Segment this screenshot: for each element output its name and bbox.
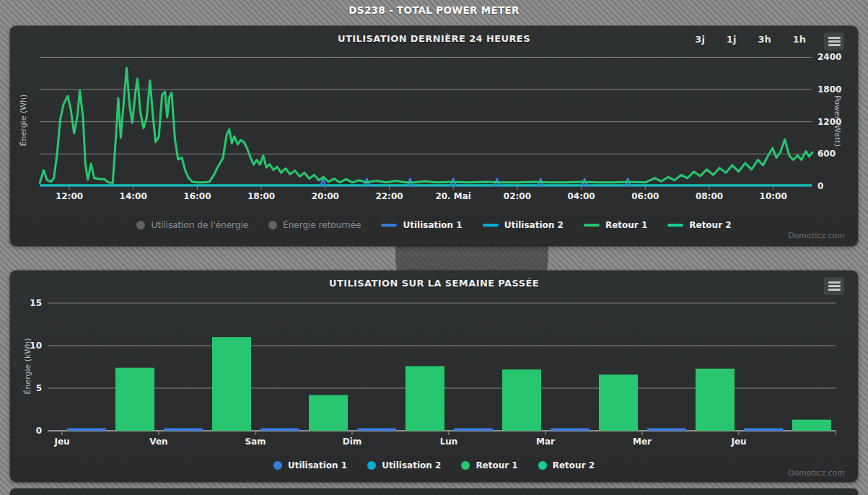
legend-circle-marker	[461, 461, 470, 470]
legend-item-retour-2[interactable]: Retour 2	[667, 220, 731, 230]
legend-circle-marker	[136, 221, 145, 229]
legend-24h: Utilisation de l'énergieÉnergie retourné…	[10, 220, 858, 230]
x-category-label: Ven	[149, 437, 167, 447]
legend-label: Énergie retournée	[283, 220, 361, 230]
legend-label: Utilisation 1	[403, 220, 462, 230]
y-axis-title-power-watt: Power (Watt)	[833, 82, 842, 161]
line-chart-24h: 060012001800240012:0014:0016:0018:0020:0…	[10, 26, 858, 246]
legend-item-utilisation-1[interactable]: Utilisation 1	[273, 460, 347, 470]
legend-circle-marker	[367, 461, 376, 470]
x-tick-label: 14:00	[120, 191, 147, 201]
legend-line-marker	[381, 224, 397, 227]
domoticz-watermark: Domoticz.com	[788, 231, 845, 240]
legend-item-utilisation-2[interactable]: Utilisation 2	[483, 220, 564, 230]
hamburger-menu-icon[interactable]	[824, 277, 844, 295]
series-retour1-line[interactable]	[40, 68, 812, 183]
legend-item-utilisation-2[interactable]: Utilisation 2	[367, 460, 441, 470]
x-tick-label: 04:00	[567, 191, 595, 201]
bar-retour1[interactable]	[696, 369, 735, 431]
x-category-label: Mar	[536, 437, 555, 447]
legend-label: Retour 2	[553, 460, 595, 470]
legend-circle-marker	[538, 461, 547, 470]
bar-retour1[interactable]	[599, 374, 638, 431]
bar-utilisation1[interactable]	[357, 428, 396, 431]
legend-label: Retour 1	[475, 460, 517, 470]
hamburger-menu-icon[interactable]	[824, 32, 844, 51]
panel-last-24h: UTILISATION DERNIÈRE 24 HEURES 3j 1j 3h …	[10, 26, 858, 246]
y-right-tick-label: 2400	[817, 52, 841, 62]
legend-label: Retour 2	[689, 220, 731, 230]
range-button-3j[interactable]: 3j	[695, 34, 705, 45]
legend-line-marker	[667, 224, 683, 227]
range-button-3h[interactable]: 3h	[758, 34, 771, 45]
x-category-label: Jeu	[53, 437, 69, 447]
next-panel-edge	[10, 489, 858, 495]
bar-utilisation1[interactable]	[260, 428, 299, 431]
legend-item-retour-1[interactable]: Retour 1	[461, 460, 517, 470]
legend-item--nergie-retourn-e[interactable]: Énergie retournée	[268, 220, 361, 230]
legend-label: Utilisation 2	[504, 220, 564, 230]
chart-title-week: UTILISATION SUR LA SEMAINE PASSÉE	[10, 278, 858, 289]
legend-item-utilisation-1[interactable]: Utilisation 1	[381, 220, 462, 230]
bar-utilisation1[interactable]	[67, 428, 106, 431]
range-button-1j[interactable]: 1j	[727, 34, 737, 45]
bar-retour1[interactable]	[212, 337, 251, 431]
legend-item-retour-1[interactable]: Retour 1	[584, 220, 647, 230]
x-category-label: Mer	[633, 437, 652, 447]
x-category-label: Sam	[245, 437, 266, 447]
legend-label: Utilisation 1	[288, 460, 347, 470]
x-tick-label: 12:00	[56, 191, 83, 201]
x-tick-label: 06:00	[631, 191, 659, 201]
x-tick-label: 16:00	[183, 191, 211, 201]
x-tick-label: 18:00	[247, 191, 275, 201]
page-title: DS238 - TOTAL POWER METER	[0, 0, 868, 20]
y-axis-title-energy-kwh: Énergie (kWh)	[23, 327, 32, 406]
bar-utilisation1[interactable]	[164, 428, 203, 431]
bar-retour1[interactable]	[502, 369, 541, 431]
domoticz-watermark: Domoticz.com	[788, 468, 845, 478]
legend-line-marker	[584, 224, 600, 227]
x-category-label: Dim	[343, 437, 362, 447]
x-tick-label: 20. Mai	[435, 191, 471, 201]
legend-label: Utilisation 2	[382, 460, 441, 470]
bar-utilisation1[interactable]	[744, 428, 783, 431]
bar-retour1[interactable]	[405, 366, 444, 431]
panel-last-week: UTILISATION SUR LA SEMAINE PASSÉE Énergi…	[10, 271, 858, 482]
y-right-tick-label: 0	[817, 181, 823, 191]
x-category-label: Jeu	[730, 437, 746, 447]
x-tick-label: 10:00	[760, 191, 787, 201]
legend-circle-marker	[273, 461, 282, 470]
legend-circle-marker	[268, 221, 277, 229]
legend-item-retour-2[interactable]: Retour 2	[538, 460, 595, 470]
bar-retour1[interactable]	[792, 420, 831, 431]
legend-line-marker	[483, 224, 499, 227]
x-tick-label: 02:00	[504, 191, 531, 201]
legend-week: Utilisation 1Utilisation 2Retour 1Retour…	[10, 460, 858, 470]
bar-retour1[interactable]	[309, 395, 348, 431]
legend-label: Retour 1	[605, 220, 647, 230]
time-range-buttons: 3j 1j 3h 1h	[695, 34, 806, 45]
x-tick-label: 20:00	[312, 191, 339, 201]
y-axis-title-energy-wh: Énergie (Wh)	[19, 81, 28, 160]
bar-utilisation1[interactable]	[647, 428, 686, 431]
legend-item-utilisation-de-l-nergie[interactable]: Utilisation de l'énergie	[136, 220, 248, 230]
y-tick-label: 15	[30, 298, 42, 308]
bar-retour1[interactable]	[115, 368, 154, 431]
range-button-1h[interactable]: 1h	[793, 34, 806, 45]
bar-utilisation1[interactable]	[551, 428, 589, 431]
y-tick-label: 0	[36, 426, 42, 436]
x-category-label: Lun	[440, 437, 458, 447]
bar-chart-week: 051015JeuVenSamDimLunMarMerJeu	[10, 271, 858, 482]
x-tick-label: 22:00	[375, 191, 403, 201]
y-tick-label: 5	[36, 383, 42, 393]
x-tick-label: 08:00	[696, 191, 723, 201]
bar-utilisation1[interactable]	[454, 428, 493, 431]
legend-label: Utilisation de l'énergie	[151, 220, 248, 230]
